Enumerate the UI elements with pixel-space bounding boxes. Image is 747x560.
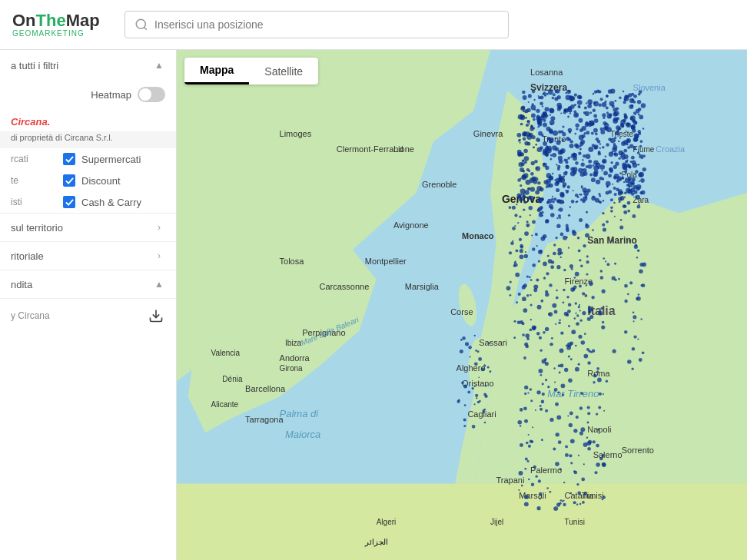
cashcarry-label: Cash & Carry [81,197,141,208]
checkbox-row-discount: te Discount [0,170,176,191]
search-input[interactable] [154,18,499,31]
cb-left-label-2: isti [11,197,57,207]
logo-the: The [36,11,66,30]
section-title-row-territorio[interactable]: sul territorio › [0,214,176,241]
search-icon [134,18,148,31]
section-ritoriale: ritoriale › [0,242,176,270]
map-area[interactable]: Mappa Satellite [177,50,747,560]
map-type-bar: Mappa Satellite [184,58,318,84]
checkbox-cashcarry[interactable] [63,196,75,208]
check-icon-cashcarry [65,198,74,207]
chevron-ndita: ▲ [153,278,165,290]
checkbox-supermercati[interactable] [63,153,75,165]
section-label-ndita: ndita [11,279,32,290]
section-title-row-ndita[interactable]: ndita ▲ [0,270,176,298]
circana-logo: Circana. [11,116,50,128]
circana-section: Circana. di proprietà di Circana S.r.l. … [0,108,176,214]
sidebar-collapse-row[interactable]: a tutti i filtri ▲ [0,50,176,81]
svg-line-1 [144,27,146,29]
heatmap-toggle[interactable] [138,87,165,102]
section-label-ritoriale: ritoriale [11,250,44,262]
logo-text: OnTheMap [12,12,100,29]
svg-point-0 [136,19,145,28]
chevron-territorio: › [153,221,165,234]
section-label-territorio: sul territorio [11,222,63,234]
download-button[interactable] [147,307,165,325]
cb-left-label-1: te [11,175,57,186]
map-type-mappa[interactable]: Mappa [184,58,249,84]
sidebar: a tutti i filtri ▲ Heatmap Circana. di p… [0,50,177,560]
section-territorio: sul territorio › [0,214,176,242]
download-icon [148,308,164,323]
section-ndita: ndita ▲ [0,270,176,299]
checkbox-row-supermercati: rcati Supermercati [0,148,176,170]
header: OnTheMap Geomarketing [0,0,747,50]
check-icon-supermercati [65,155,74,164]
circana-brand: Circana. [0,108,176,131]
section-title-row-ritoriale[interactable]: ritoriale › [0,242,176,270]
download-row: y Circana [0,299,176,333]
logo-map: Map [66,11,100,30]
logo-subtitle: Geomarketing [12,29,85,38]
logo: OnTheMap Geomarketing [12,12,112,38]
filter-label: a tutti i filtri [11,60,58,71]
collapse-icon: ▲ [153,59,165,71]
checkbox-discount[interactable] [63,174,75,187]
chevron-ritoriale: › [153,250,165,262]
supermercati-label: Supermercati [81,154,141,165]
logo-on: On [12,11,36,30]
heatmap-row: Heatmap [0,81,176,108]
heatmap-label: Heatmap [91,89,131,101]
cb-left-label-0: rcati [11,154,57,164]
map-type-satellite[interactable]: Satellite [249,58,318,84]
download-label: y Circana [11,310,50,321]
main-area: a tutti i filtri ▲ Heatmap Circana. di p… [0,50,747,560]
check-icon-discount [65,177,74,185]
toggle-knob [139,88,151,101]
checkbox-row-cashcarry: isti Cash & Carry [0,191,176,213]
search-bar[interactable] [124,11,509,38]
discount-label: Discount [81,175,121,187]
map-canvas [177,50,747,560]
ownership-label: di proprietà di Circana S.r.l. [0,131,176,148]
